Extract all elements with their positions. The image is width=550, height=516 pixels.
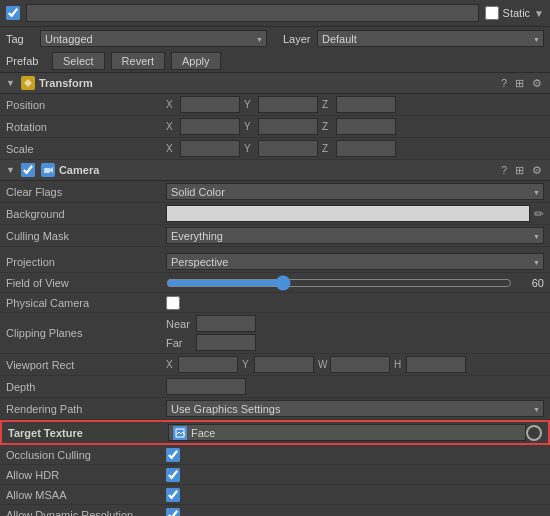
camera-gear-button[interactable]: ⚙ xyxy=(530,164,544,177)
pos-x-input[interactable]: 0 xyxy=(180,96,240,113)
field-of-view-slider-group: 60 xyxy=(166,277,544,289)
static-checkbox[interactable] xyxy=(485,6,499,20)
background-color-swatch[interactable] xyxy=(166,205,530,222)
pos-x-label: X xyxy=(166,99,176,110)
physical-camera-value xyxy=(166,296,544,310)
rendering-path-select-container[interactable]: Use Graphics Settings xyxy=(166,400,544,417)
static-dropdown-arrow[interactable]: ▼ xyxy=(534,8,544,19)
camera-foldout-arrow[interactable]: ▼ xyxy=(6,165,15,175)
culling-mask-row: Culling Mask Everything xyxy=(0,225,550,247)
vp-x-item: X 0 xyxy=(166,356,238,373)
rot-y-input[interactable]: 180 xyxy=(258,118,318,135)
position-values: X 0 Y 0.23 Z 0 xyxy=(166,96,544,113)
vp-y-item: Y 0 xyxy=(242,356,314,373)
active-checkbox[interactable] xyxy=(6,6,20,20)
culling-mask-select[interactable]: Everything xyxy=(166,227,544,244)
scale-y-label: Y xyxy=(244,143,254,154)
prefab-revert-button[interactable]: Revert xyxy=(111,52,165,70)
pos-z-input[interactable]: 0 xyxy=(336,96,396,113)
layer-dropdown-container[interactable]: Default xyxy=(317,30,544,47)
background-edit-icon[interactable]: ✏ xyxy=(534,207,544,221)
far-input[interactable]: 1000 xyxy=(196,334,256,351)
transform-section-header: ▼ Transform ? ⊞ ⚙ xyxy=(0,73,550,94)
field-of-view-slider[interactable] xyxy=(166,278,512,288)
static-label: Static xyxy=(503,7,531,19)
background-label: Background xyxy=(6,208,166,220)
transform-gear-button[interactable]: ⚙ xyxy=(530,77,544,90)
camera-section-header: ▼ Camera ? ⊞ ⚙ xyxy=(0,160,550,181)
scale-x-input[interactable]: 1 xyxy=(180,140,240,157)
depth-label: Depth xyxy=(6,381,166,393)
field-of-view-label: Field of View xyxy=(6,277,166,289)
clear-flags-select[interactable]: Solid Color xyxy=(166,183,544,200)
occlusion-culling-label: Occlusion Culling xyxy=(6,449,166,461)
vp-y-input[interactable]: 0 xyxy=(254,356,314,373)
vp-w-label: W xyxy=(318,359,328,370)
rendering-path-select[interactable]: Use Graphics Settings xyxy=(166,400,544,417)
object-active-checkbox[interactable] xyxy=(6,6,20,20)
background-row: Background ✏ xyxy=(0,203,550,225)
depth-input[interactable]: 0 xyxy=(166,378,246,395)
physical-camera-checkbox[interactable] xyxy=(166,296,180,310)
vp-w-input[interactable]: 1 xyxy=(330,356,390,373)
scale-y-input[interactable]: 1 xyxy=(258,140,318,157)
near-label: Near xyxy=(166,318,192,330)
clear-flags-select-container[interactable]: Solid Color xyxy=(166,183,544,200)
viewport-rect-row: Viewport Rect X 0 Y 0 W 1 H 1 xyxy=(0,354,550,376)
transform-foldout-arrow[interactable]: ▼ xyxy=(6,78,15,88)
allow-msaa-checkbox[interactable] xyxy=(166,488,180,502)
prefab-select-button[interactable]: Select xyxy=(52,52,105,70)
pos-y-input[interactable]: 0.23 xyxy=(258,96,318,113)
transform-title: Transform xyxy=(39,77,93,89)
clipping-planes-row: Clipping Planes Near 0.01 Far 1000 xyxy=(0,313,550,354)
top-bar: Camera Static ▼ xyxy=(0,0,550,27)
near-row: Near 0.01 xyxy=(166,315,544,332)
depth-row: Depth 0 xyxy=(0,376,550,398)
rot-z-input[interactable]: 0 xyxy=(336,118,396,135)
culling-mask-select-container[interactable]: Everything xyxy=(166,227,544,244)
rot-x-input[interactable]: 0 xyxy=(180,118,240,135)
vp-h-item: H 1 xyxy=(394,356,466,373)
rot-y-label: Y xyxy=(244,121,254,132)
position-row: Position X 0 Y 0.23 Z 0 xyxy=(0,94,550,116)
vp-x-input[interactable]: 0 xyxy=(178,356,238,373)
target-texture-row: Target Texture Face xyxy=(0,420,550,445)
camera-info-button[interactable]: ? xyxy=(499,164,509,177)
transform-icon xyxy=(21,76,35,90)
occlusion-culling-row: Occlusion Culling xyxy=(0,445,550,465)
transform-info-button[interactable]: ? xyxy=(499,77,509,90)
occlusion-culling-checkbox[interactable] xyxy=(166,448,180,462)
object-name-input[interactable]: Camera xyxy=(26,4,479,22)
projection-row: Projection Perspective xyxy=(0,251,550,273)
prefab-apply-button[interactable]: Apply xyxy=(171,52,221,70)
camera-title: Camera xyxy=(59,164,99,176)
field-of-view-value: 60 xyxy=(516,277,544,289)
camera-enabled-checkbox[interactable] xyxy=(21,163,35,177)
allow-hdr-checkbox[interactable] xyxy=(166,468,180,482)
rot-x-label: X xyxy=(166,121,176,132)
allow-dynamic-resolution-checkbox[interactable] xyxy=(166,508,180,517)
target-texture-value-container[interactable]: Face xyxy=(168,424,526,441)
camera-grid-button[interactable]: ⊞ xyxy=(513,164,526,177)
svg-marker-1 xyxy=(50,167,53,173)
tag-select[interactable]: Untagged xyxy=(40,30,267,47)
vp-h-input[interactable]: 1 xyxy=(406,356,466,373)
target-texture-circle-button[interactable] xyxy=(526,425,542,441)
projection-select-container[interactable]: Perspective xyxy=(166,253,544,270)
clipping-planes-label: Clipping Planes xyxy=(6,327,166,339)
rendering-path-label: Rendering Path xyxy=(6,403,166,415)
camera-section-icons: ? ⊞ ⚙ xyxy=(499,164,544,177)
tag-label: Tag xyxy=(6,33,34,45)
allow-msaa-row: Allow MSAA xyxy=(0,485,550,505)
scale-z-input[interactable]: 1 xyxy=(336,140,396,157)
static-area: Static ▼ xyxy=(485,6,544,20)
near-input[interactable]: 0.01 xyxy=(196,315,256,332)
transform-grid-button[interactable]: ⊞ xyxy=(513,77,526,90)
scale-x-label: X xyxy=(166,143,176,154)
layer-select[interactable]: Default xyxy=(317,30,544,47)
allow-dynamic-resolution-label: Allow Dynamic Resolution xyxy=(6,509,166,517)
physical-camera-row: Physical Camera xyxy=(0,293,550,313)
projection-select[interactable]: Perspective xyxy=(166,253,544,270)
tag-dropdown-container[interactable]: Untagged xyxy=(40,30,267,47)
allow-hdr-label: Allow HDR xyxy=(6,469,166,481)
